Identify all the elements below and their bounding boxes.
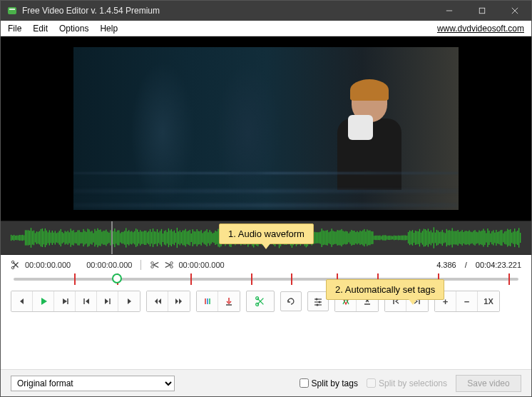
svg-rect-56 [81,232,82,243]
zoom-out-button[interactable]: − [456,291,478,311]
svg-rect-21 [32,231,33,244]
waveform-playhead[interactable] [111,221,113,254]
svg-point-368 [151,262,154,265]
auto-tag-button[interactable] [218,291,240,311]
svg-rect-288 [411,231,411,245]
play-segment-button[interactable] [54,291,76,311]
frame-forward-button[interactable] [97,291,118,311]
svg-rect-260 [371,231,372,244]
svg-rect-46 [68,231,68,245]
svg-rect-261 [372,231,373,244]
svg-rect-112 [161,229,162,246]
timecode-row: 00:00:00.000 00:00:00.000 00:00:00.000 4… [1,255,531,272]
skip-group [146,291,190,312]
menu-help[interactable]: Help [94,22,123,35]
svg-rect-262 [374,236,374,240]
svg-rect-272 [388,236,389,240]
minimize-button[interactable] [433,1,466,21]
skip-back-button[interactable] [147,291,168,311]
format-dropdown[interactable]: Original format [11,376,175,391]
timeline-tag[interactable] [251,273,252,285]
split-tags-checkbox[interactable]: Split by tags [300,378,358,388]
svg-rect-234 [334,231,334,244]
menu-edit[interactable]: Edit [27,22,53,35]
svg-rect-285 [406,236,407,240]
svg-rect-240 [342,231,343,244]
svg-rect-35 [52,231,53,245]
svg-rect-276 [394,236,394,241]
timeline-tag[interactable] [190,273,192,285]
svg-rect-331 [471,232,472,243]
maximize-button[interactable] [466,1,498,21]
svg-rect-239 [341,229,342,246]
website-link[interactable]: www.dvdvideosoft.com [437,24,530,34]
svg-rect-17 [26,230,27,245]
svg-rect-149 [213,233,214,243]
svg-rect-8 [14,235,14,241]
svg-rect-275 [392,236,393,240]
svg-rect-150 [215,231,215,245]
svg-rect-356 [507,229,508,247]
svg-rect-51 [75,232,76,243]
play-button[interactable] [33,291,54,311]
svg-rect-296 [422,231,423,244]
svg-rect-228 [326,231,327,245]
svg-rect-42 [62,232,63,243]
add-tag-button[interactable] [197,291,218,311]
svg-rect-62 [90,231,91,243]
svg-rect-32 [48,232,48,243]
svg-rect-300 [428,228,429,246]
timeline-tag[interactable] [508,273,510,285]
svg-rect-319 [455,231,456,245]
svg-rect-143 [205,231,205,245]
timeline-tag[interactable] [74,273,76,285]
svg-rect-274 [391,236,392,239]
svg-rect-57 [83,229,83,246]
svg-rect-243 [347,231,347,244]
svg-rect-151 [216,231,217,244]
next-button[interactable] [118,291,140,311]
svg-rect-303 [432,232,433,243]
svg-point-369 [151,266,154,268]
video-preview[interactable] [1,36,531,221]
svg-rect-27 [41,229,41,246]
cut-button[interactable] [246,291,275,312]
timeline-tag[interactable] [291,273,292,285]
prev-button[interactable] [11,291,33,311]
svg-rect-363 [517,231,518,245]
svg-rect-14 [22,235,23,241]
svg-rect-322 [459,232,459,244]
svg-rect-350 [498,231,499,244]
svg-rect-246 [351,230,352,246]
svg-rect-33 [49,230,50,245]
svg-rect-24 [36,231,37,244]
svg-rect-138 [198,231,199,245]
svg-rect-353 [503,233,503,243]
skip-forward-button[interactable] [168,291,190,311]
svg-rect-61 [88,229,89,246]
split-tags-input[interactable] [300,378,309,388]
svg-rect-89 [128,230,129,245]
svg-rect-325 [463,232,464,243]
svg-rect-107 [154,231,155,244]
menu-file[interactable]: File [2,22,27,35]
svg-rect-113 [163,233,163,242]
menu-options[interactable]: Options [53,22,94,35]
svg-rect-80 [116,232,116,244]
svg-rect-238 [339,230,340,245]
timeline-thumb[interactable] [112,273,122,283]
svg-rect-295 [421,233,421,243]
zoom-label[interactable]: 1X [478,291,499,311]
svg-rect-327 [466,231,466,245]
svg-rect-314 [448,231,449,246]
rotate-button[interactable] [280,291,302,311]
svg-rect-280 [399,236,400,240]
svg-rect-305 [435,233,436,243]
svg-rect-347 [494,233,495,243]
svg-rect-306 [436,230,437,246]
frame-back-button[interactable] [76,291,97,311]
svg-rect-255 [364,229,364,246]
timecode-current: 4.386 [436,261,456,269]
close-button[interactable] [498,1,531,21]
svg-rect-88 [127,231,128,244]
